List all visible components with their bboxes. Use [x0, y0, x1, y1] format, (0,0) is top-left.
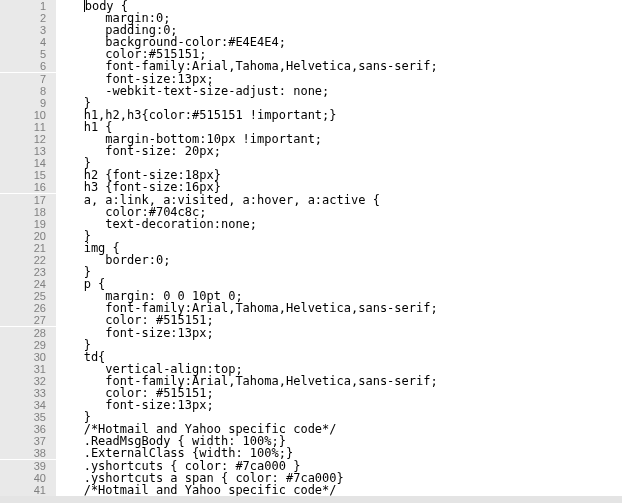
line-number: 13 — [0, 145, 56, 157]
code-text[interactable]: } — [56, 97, 622, 109]
line-number: 8 — [0, 85, 56, 97]
line-number: 36 — [0, 423, 56, 435]
line-number: 6 — [0, 60, 56, 72]
line-number: 18 — [0, 206, 56, 218]
line-number: 3 — [0, 24, 56, 36]
line-number: 26 — [0, 302, 56, 314]
line-number: 38 — [0, 447, 56, 459]
line-number: 21 — [0, 242, 56, 254]
code-editor: 1 body {2 margin:0;3 padding:0;4 backgro… — [0, 0, 622, 496]
code-text[interactable]: -webkit-text-size-adjust: none; — [56, 85, 622, 97]
line-number: 17 — [0, 194, 56, 206]
line-number: 29 — [0, 339, 56, 351]
line-number: 14 — [0, 157, 56, 169]
line-number: 9 — [0, 97, 56, 109]
code-text[interactable]: } — [56, 339, 622, 351]
code-line[interactable]: 19 text-decoration:none; — [0, 218, 622, 230]
code-line[interactable]: 29 } — [0, 339, 622, 351]
code-text[interactable]: color:#704c8c; — [56, 206, 622, 218]
code-line[interactable]: 18 color:#704c8c; — [0, 206, 622, 218]
code-text[interactable]: font-size:13px; — [56, 73, 622, 85]
code-text[interactable]: /*Hotmail and Yahoo specific code*/ — [56, 484, 622, 496]
line-number: 35 — [0, 411, 56, 423]
code-text[interactable]: .yshortcuts { color: #7ca000 } — [56, 460, 622, 472]
code-text[interactable]: h1,h2,h3{color:#515151 !important;} — [56, 109, 622, 121]
code-text[interactable]: h3 {font-size:16px} — [56, 181, 622, 193]
code-line[interactable]: 7 font-size:13px; — [0, 73, 622, 85]
line-number: 15 — [0, 169, 56, 181]
line-number: 11 — [0, 121, 56, 133]
line-number: 7 — [0, 73, 56, 85]
line-number: 5 — [0, 48, 56, 60]
code-text[interactable]: font-size:13px; — [56, 327, 622, 339]
code-text[interactable]: td{ — [56, 351, 622, 363]
code-text[interactable]: a, a:link, a:visited, a:hover, a:active … — [56, 194, 622, 206]
code-line[interactable]: 38 .ExternalClass {width: 100%;} — [0, 447, 622, 459]
code-line[interactable]: 16 h3 {font-size:16px} — [0, 181, 622, 193]
line-number: 22 — [0, 254, 56, 266]
code-line[interactable]: 41 /*Hotmail and Yahoo specific code*/ — [0, 484, 622, 496]
code-text[interactable]: color: #515151; — [56, 314, 622, 326]
line-number: 16 — [0, 181, 56, 193]
line-number: 24 — [0, 278, 56, 290]
code-text[interactable]: } — [56, 266, 622, 278]
code-line[interactable]: 39 .yshortcuts { color: #7ca000 } — [0, 460, 622, 472]
code-text[interactable]: font-size:13px; — [56, 399, 622, 411]
line-number: 12 — [0, 133, 56, 145]
line-number: 4 — [0, 36, 56, 48]
line-number: 20 — [0, 230, 56, 242]
line-number: 25 — [0, 290, 56, 302]
line-number: 33 — [0, 387, 56, 399]
code-line[interactable]: 27 color: #515151; — [0, 314, 622, 326]
line-number: 23 — [0, 266, 56, 278]
code-text[interactable]: .ExternalClass {width: 100%;} — [56, 447, 622, 459]
line-number: 27 — [0, 314, 56, 326]
line-number: 32 — [0, 375, 56, 387]
line-number: 40 — [0, 472, 56, 484]
code-text[interactable]: } — [56, 230, 622, 242]
code-text[interactable]: font-size: 20px; — [56, 145, 622, 157]
line-number: 37 — [0, 435, 56, 447]
line-number: 39 — [0, 460, 56, 472]
line-number: 19 — [0, 218, 56, 230]
line-number: 30 — [0, 351, 56, 363]
code-line[interactable]: 34 font-size:13px; — [0, 399, 622, 411]
code-line[interactable]: 17 a, a:link, a:visited, a:hover, a:acti… — [0, 194, 622, 206]
code-text[interactable]: border:0; — [56, 254, 622, 266]
line-number: 28 — [0, 327, 56, 339]
line-number: 2 — [0, 12, 56, 24]
line-number: 41 — [0, 484, 56, 496]
code-text[interactable]: vertical-align:top; — [56, 363, 622, 375]
code-text[interactable]: text-decoration:none; — [56, 218, 622, 230]
line-number: 31 — [0, 363, 56, 375]
code-line[interactable]: 13 font-size: 20px; — [0, 145, 622, 157]
code-line[interactable]: 8 -webkit-text-size-adjust: none; — [0, 85, 622, 97]
code-line[interactable]: 22 border:0; — [0, 254, 622, 266]
code-line[interactable]: 40 .yshortcuts a span { color: #7ca000} — [0, 472, 622, 484]
code-text[interactable]: .yshortcuts a span { color: #7ca000} — [56, 472, 622, 484]
line-number: 1 — [0, 0, 56, 12]
code-line[interactable]: 28 font-size:13px; — [0, 327, 622, 339]
line-number: 34 — [0, 399, 56, 411]
code-line[interactable]: 6 font-family:Arial,Tahoma,Helvetica,san… — [0, 60, 622, 72]
code-text[interactable]: font-family:Arial,Tahoma,Helvetica,sans-… — [56, 60, 622, 72]
line-number: 10 — [0, 109, 56, 121]
code-line[interactable]: 30 td{ — [0, 351, 622, 363]
